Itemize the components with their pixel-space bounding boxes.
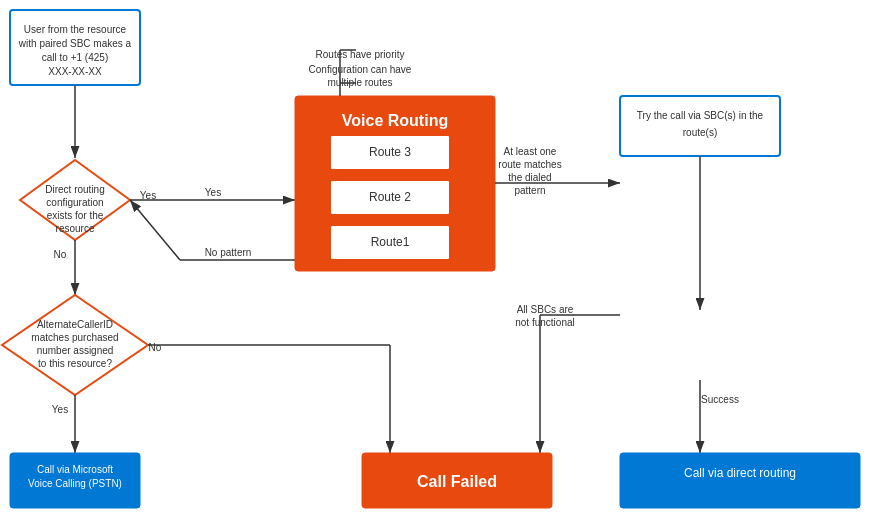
note-multiple: multiple routes xyxy=(327,77,392,88)
at-least-one-text4: pattern xyxy=(514,185,545,196)
start-text-3: call to +1 (425) xyxy=(42,52,108,63)
success-text: Success xyxy=(701,394,739,405)
at-least-one-text1: At least one xyxy=(504,146,557,157)
yes1-label: Yes xyxy=(140,190,156,201)
try-sbc-text1: Try the call via SBC(s) in the xyxy=(637,110,764,121)
voice-routing-label: Voice Routing xyxy=(342,112,448,129)
call-direct-text1: Call via direct routing xyxy=(684,466,796,480)
yes1-text: Yes xyxy=(205,187,221,198)
start-text-1: User from the resource xyxy=(24,24,127,35)
diamond2-text2: matches purchased xyxy=(31,332,118,343)
diamond2-text3: number assigned xyxy=(37,345,114,356)
yes2-label: Yes xyxy=(52,404,68,415)
diamond2-text1: AlternateCallerID xyxy=(37,319,113,330)
diamond1-text2: configuration xyxy=(46,197,103,208)
at-least-one-text2: route matches xyxy=(498,159,561,170)
at-least-one-text3: the dialed xyxy=(508,172,551,183)
no-pattern-text: No pattern xyxy=(205,247,252,258)
diamond1-text1: Direct routing xyxy=(45,184,104,195)
call-direct-box xyxy=(620,453,860,508)
all-sbcs-text1: All SBCs are xyxy=(517,304,574,315)
diamond2-text4: to this resource? xyxy=(38,358,112,369)
route2-label: Route 2 xyxy=(369,190,411,204)
no-pattern-arrow xyxy=(130,200,180,260)
call-ms-text1: Call via Microsoft xyxy=(37,464,113,475)
route3-label: Route 3 xyxy=(369,145,411,159)
start-text-2: with paired SBC makes a xyxy=(18,38,132,49)
no2-label: No xyxy=(149,342,162,353)
start-text-4: XXX-XX-XX xyxy=(48,66,102,77)
call-ms-text2: Voice Calling (PSTN) xyxy=(28,478,122,489)
route1-label: Route1 xyxy=(371,235,410,249)
all-sbcs-text2: not functional xyxy=(515,317,575,328)
note-config: Configuration can have xyxy=(309,64,412,75)
note-priority: Routes have priority xyxy=(316,49,405,60)
no1-label: No xyxy=(54,249,67,260)
diamond1-text4: resource xyxy=(56,223,95,234)
diamond1-text3: exists for the xyxy=(47,210,104,221)
try-sbc-text2: route(s) xyxy=(683,127,717,138)
call-failed-label: Call Failed xyxy=(417,473,497,490)
